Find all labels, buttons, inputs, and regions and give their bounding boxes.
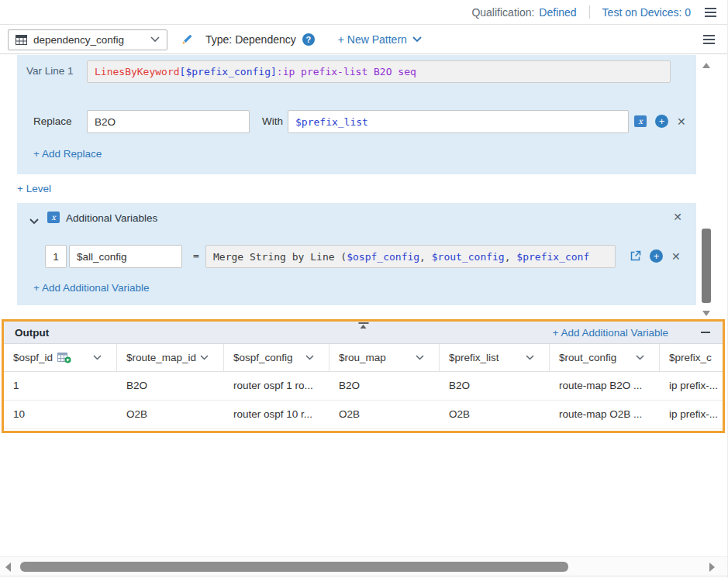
column-header-route_map_id[interactable]: $route_map_id xyxy=(117,344,224,371)
add-circle-icon[interactable]: + xyxy=(655,115,668,128)
additional-variables-title: Additional Variables xyxy=(66,212,157,224)
chevron-down-icon[interactable] xyxy=(305,355,314,360)
horizontal-scrollbar-thumb[interactable] xyxy=(20,562,568,572)
column-label: $rou_map xyxy=(339,352,386,363)
qualification-status[interactable]: Qualification: Defined xyxy=(471,6,576,19)
table-cell: O2B xyxy=(117,401,224,428)
table-cell: route-map B2O ... xyxy=(550,372,660,400)
table-cell: ip prefix-... xyxy=(660,401,723,428)
add-replace-link[interactable]: + Add Replace xyxy=(33,148,102,160)
table-icon xyxy=(16,35,27,45)
column-header-prefix_c[interactable]: $prefix_c xyxy=(660,344,723,371)
chevron-down-icon xyxy=(150,36,160,43)
variable-name-input[interactable]: $all_config xyxy=(69,245,182,268)
column-label: $route_map_id xyxy=(126,352,196,363)
topbar-divider xyxy=(589,5,590,19)
open-expression-icon[interactable] xyxy=(630,250,641,262)
qualification-label: Qualification: xyxy=(471,6,534,19)
column-header-prefix_list[interactable]: $prefix_list xyxy=(440,344,550,371)
chevron-down-icon[interactable] xyxy=(636,355,644,360)
pattern-toolbar: dependency_config Type: Dependency ? + N… xyxy=(0,26,727,54)
top-status-bar: Qualification: Defined Test on Devices: … xyxy=(0,0,727,25)
table-cell: router ospf 1 ro... xyxy=(224,372,329,400)
scroll-left-icon[interactable] xyxy=(5,563,11,572)
new-pattern-label: + New Pattern xyxy=(338,33,407,46)
column-header-ospf_id[interactable]: $ospf_id xyxy=(4,344,117,371)
expr-sep: , xyxy=(505,251,517,263)
column-header-rou_map[interactable]: $rou_map xyxy=(329,344,440,371)
level-panel: Var Line 1 LinesByKeyword[$prefix_config… xyxy=(17,55,696,174)
variable-picker-icon[interactable]: x xyxy=(634,115,647,127)
collapse-output-icon[interactable] xyxy=(699,326,712,339)
horizontal-scrollbar[interactable] xyxy=(0,556,727,576)
pattern-editor-body: Var Line 1 LinesByKeyword[$prefix_config… xyxy=(0,55,727,319)
pattern-menu-icon[interactable] xyxy=(702,33,716,46)
chevron-down-icon[interactable] xyxy=(416,355,424,360)
close-icon[interactable]: ✕ xyxy=(677,116,686,127)
table-cell: route-map O2B ... xyxy=(550,401,660,428)
table-row[interactable]: 10O2Brouter ospf 10 r...O2BO2Broute-map … xyxy=(4,401,723,429)
column-label: $prefix_c xyxy=(669,352,712,363)
with-input[interactable]: $prefix_list xyxy=(288,110,629,133)
pattern-select-value: dependency_config xyxy=(33,34,144,46)
expr-var: $ospf_config xyxy=(347,251,419,263)
output-title: Output xyxy=(15,327,49,339)
table-cell: B2O xyxy=(329,372,440,400)
type-label: Type: Dependency xyxy=(205,33,296,46)
close-icon[interactable]: ✕ xyxy=(671,251,681,262)
table-row[interactable]: 1B2Orouter ospf 1 ro...B2OB2Oroute-map B… xyxy=(4,372,723,401)
chevron-down-icon[interactable] xyxy=(93,355,102,360)
test-on-devices-link[interactable]: Test on Devices: 0 xyxy=(602,6,691,19)
menu-icon[interactable] xyxy=(703,6,718,19)
column-label: $ospf_config xyxy=(233,352,293,363)
collapse-chevron-icon[interactable] xyxy=(29,214,39,228)
output-add-variable-link[interactable]: + Add Additional Variable xyxy=(553,327,669,339)
code-rest: :ip prefix-list B2O seq xyxy=(277,66,416,77)
output-table-header: $ospf_id $route_map_id$ospf_config$rou_m… xyxy=(4,344,723,372)
with-label: With xyxy=(262,115,283,127)
panel-resize-handle[interactable] xyxy=(358,322,368,329)
close-icon[interactable]: ✕ xyxy=(673,212,682,222)
help-icon[interactable]: ? xyxy=(302,33,315,46)
expr-text: Merge String by Line ( xyxy=(213,251,347,263)
qualification-value[interactable]: Defined xyxy=(539,6,576,19)
chevron-down-icon[interactable] xyxy=(526,355,534,360)
replace-label: Replace xyxy=(33,115,72,127)
additional-variables-panel: x Additional Variables ✕ 1 $all_config =… xyxy=(17,203,696,305)
expr-var: $prefix_conf xyxy=(516,251,589,263)
pattern-select[interactable]: dependency_config xyxy=(8,29,167,50)
table-lookup-icon[interactable] xyxy=(57,353,71,363)
column-header-rout_config[interactable]: $rout_config xyxy=(550,344,660,371)
pattern-editor-window: Qualification: Defined Test on Devices: … xyxy=(0,0,728,578)
expr-var: $rout_config xyxy=(432,251,505,263)
table-cell: 1 xyxy=(4,372,117,400)
table-cell: O2B xyxy=(329,401,440,428)
add-level-link[interactable]: + Level xyxy=(17,183,51,194)
add-additional-variable-link[interactable]: + Add Additional Variable xyxy=(33,282,150,294)
code-variable: [$prefix_config] xyxy=(180,66,277,77)
output-header: Output + Add Additional Variable xyxy=(4,322,723,344)
edit-pattern-icon[interactable] xyxy=(181,33,193,46)
variable-expression-input[interactable]: Merge String by Line ($ospf_config, $rou… xyxy=(205,245,616,268)
scroll-down-icon[interactable] xyxy=(702,311,710,316)
variables-icon: x xyxy=(47,212,60,223)
table-cell: router ospf 10 r... xyxy=(224,401,329,428)
chevron-down-icon[interactable] xyxy=(200,355,209,360)
add-circle-icon[interactable]: + xyxy=(650,249,663,263)
expr-sep: , xyxy=(419,251,432,263)
table-cell: 10 xyxy=(4,401,117,428)
output-table-body: 1B2Orouter ospf 1 ro...B2OB2Oroute-map B… xyxy=(4,372,723,429)
scroll-right-icon[interactable] xyxy=(709,563,715,572)
var-line-input[interactable]: LinesByKeyword[$prefix_config]:ip prefix… xyxy=(87,60,671,83)
vertical-scrollbar-thumb[interactable] xyxy=(702,229,711,303)
column-label: $prefix_list xyxy=(449,352,499,363)
table-cell: O2B xyxy=(440,401,550,428)
scroll-up-icon[interactable] xyxy=(702,63,710,68)
table-cell: ip prefix-... xyxy=(660,372,723,400)
column-header-ospf_config[interactable]: $ospf_config xyxy=(224,344,329,371)
output-panel: Output + Add Additional Variable $ospf_i… xyxy=(2,319,725,433)
table-cell: B2O xyxy=(117,372,224,400)
variable-index: 1 xyxy=(45,245,67,268)
new-pattern-button[interactable]: + New Pattern xyxy=(338,33,422,46)
replace-input[interactable]: B2O xyxy=(87,110,250,133)
